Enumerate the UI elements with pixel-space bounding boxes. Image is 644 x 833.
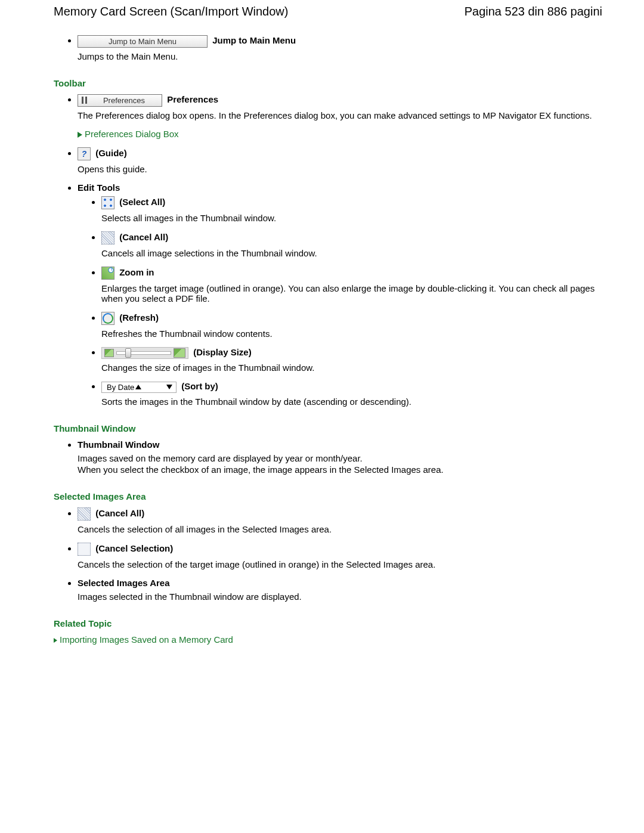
sort-by-label: (Sort by) — [181, 381, 218, 391]
display-size-slider[interactable] — [101, 347, 188, 359]
preferences-dialog-link[interactable]: Preferences Dialog Box — [85, 129, 179, 139]
pagination: Pagina 523 din 886 pagini — [465, 5, 602, 18]
toolbar-heading: Toolbar — [54, 78, 602, 88]
selected-list: (Cancel All) Cancels the selection of al… — [54, 507, 602, 602]
toolbar-list: Preferences Preferences The Preferences … — [54, 94, 602, 407]
slider-track[interactable] — [116, 351, 171, 355]
cancel-selection-label: (Cancel Selection) — [95, 543, 173, 553]
preferences-link-row: Preferences Dialog Box — [78, 129, 602, 139]
sort-by-selected: By Date — [107, 383, 134, 392]
select-all-icon[interactable] — [101, 196, 114, 209]
select-all-label: (Select All) — [119, 197, 165, 207]
thumb-large-icon — [174, 348, 185, 358]
cancel-all-icon[interactable] — [101, 231, 114, 244]
selected-cancel-all-desc: Cancels the selection of all images in t… — [78, 524, 602, 534]
edit-tools-label: Edit Tools — [78, 182, 120, 193]
jump-to-main-menu-label: Jump to Main Menu — [212, 35, 296, 45]
sort-ascending-icon — [135, 385, 141, 389]
preferences-button[interactable]: Preferences — [78, 94, 162, 107]
thumbnail-list: Thumbnail Window Images saved on the mem… — [54, 439, 602, 475]
selected-area-label: Selected Images Area — [78, 578, 170, 588]
arrow-right-icon — [78, 132, 82, 138]
thumbnail-desc2: When you select the checkbox of an image… — [78, 465, 602, 475]
thumbnail-sub-label: Thumbnail Window — [78, 439, 159, 450]
thumb-small-icon — [104, 349, 114, 357]
refresh-desc: Refreshes the Thumbnail window contents. — [101, 329, 602, 339]
page-header: Memory Card Screen (Scan/Import Window) … — [54, 5, 602, 18]
related-topic-link[interactable]: Importing Images Saved on a Memory Card — [60, 634, 233, 645]
chevron-down-icon — [166, 385, 172, 389]
cancel-all-label: (Cancel All) — [119, 232, 168, 242]
preferences-label: Preferences — [167, 94, 218, 104]
related-heading: Related Topic — [54, 618, 602, 628]
sort-by-dropdown[interactable]: By Date — [101, 382, 177, 393]
cancel-selection-icon[interactable] — [78, 543, 91, 556]
thumbnail-desc1: Images saved on the memory card are disp… — [78, 453, 602, 463]
related-link-row: Importing Images Saved on a Memory Card — [54, 634, 602, 645]
zoom-in-label: Zoom in — [119, 267, 154, 277]
zoom-in-desc: Enlarges the target image (outlined in o… — [101, 283, 602, 304]
sort-by-desc: Sorts the images in the Thumbnail window… — [101, 397, 602, 407]
arrow-right-icon — [54, 638, 57, 643]
refresh-icon[interactable] — [101, 312, 114, 325]
display-size-label: (Display Size) — [193, 347, 252, 357]
select-all-desc: Selects all images in the Thumbnail wind… — [101, 213, 602, 223]
page-title: Memory Card Screen (Scan/Import Window) — [54, 5, 288, 18]
edit-tools-list: (Select All) Selects all images in the T… — [78, 196, 602, 407]
jump-to-main-menu-button[interactable]: Jump to Main Menu — [78, 35, 208, 48]
jump-list: Jump to Main Menu Jump to Main Menu Jump… — [54, 35, 602, 61]
selected-area-desc: Images selected in the Thumbnail window … — [78, 592, 602, 602]
guide-label: (Guide) — [95, 148, 127, 158]
jump-desc: Jumps to the Main Menu. — [78, 51, 602, 61]
display-size-desc: Changes the size of images in the Thumbn… — [101, 363, 602, 373]
selected-cancel-all-label: (Cancel All) — [95, 508, 144, 518]
zoom-in-icon[interactable] — [101, 267, 114, 280]
guide-desc: Opens this guide. — [78, 164, 602, 174]
cancel-selection-desc: Cancels the selection of the target imag… — [78, 559, 602, 569]
selected-cancel-all-icon[interactable] — [78, 507, 91, 521]
preferences-desc: The Preferences dialog box opens. In the… — [78, 110, 602, 120]
refresh-label: (Refresh) — [119, 312, 159, 323]
page: Memory Card Screen (Scan/Import Window) … — [30, 0, 614, 680]
guide-icon[interactable] — [78, 147, 91, 160]
thumbnail-heading: Thumbnail Window — [54, 423, 602, 433]
cancel-all-desc: Cancels all image selections in the Thum… — [101, 248, 602, 258]
selected-heading: Selected Images Area — [54, 491, 602, 501]
